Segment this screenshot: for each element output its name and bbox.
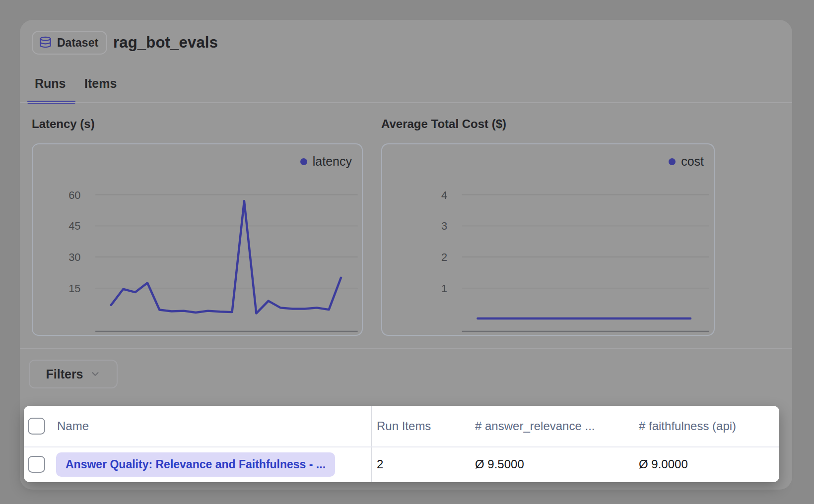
cost-legend-dot-icon (669, 158, 676, 165)
page-title: rag_bot_evals (113, 34, 218, 52)
section-divider (20, 348, 792, 349)
svg-text:60: 60 (68, 189, 80, 201)
app-screenshot: { "header": { "badge_label": "Dataset", … (0, 0, 814, 504)
column-divider (371, 406, 372, 482)
cost-legend[interactable]: cost (669, 154, 704, 169)
latency-legend-dot-icon (300, 158, 307, 165)
latency-line-chart: 15304560 (33, 144, 362, 335)
tabs-divider (20, 102, 792, 103)
svg-text:3: 3 (441, 220, 447, 232)
svg-text:1: 1 (441, 282, 447, 295)
filters-button-label: Filters (46, 367, 83, 381)
latency-chart-title: Latency (s) (32, 117, 95, 131)
chevron-down-icon (90, 369, 101, 379)
tab-runs[interactable]: Runs (35, 76, 66, 91)
filters-button[interactable]: Filters (29, 360, 118, 388)
svg-text:2: 2 (441, 251, 447, 263)
runs-table-grid-lines (24, 406, 779, 482)
cost-line-chart: 1234 (382, 144, 714, 335)
header-row-divider (24, 446, 779, 447)
cost-chart-title: Average Total Cost ($) (381, 117, 506, 131)
tab-items[interactable]: Items (84, 76, 117, 91)
svg-text:45: 45 (68, 220, 80, 232)
dataset-badge-label: Dataset (57, 36, 98, 50)
svg-text:15: 15 (68, 282, 80, 295)
latency-legend[interactable]: latency (300, 154, 352, 169)
database-icon (39, 35, 52, 50)
cost-chart-card: 1234 cost (381, 143, 715, 336)
dataset-badge: Dataset (32, 31, 107, 55)
svg-text:4: 4 (441, 189, 447, 201)
latency-legend-label: latency (313, 154, 352, 169)
svg-text:30: 30 (68, 251, 80, 263)
latency-chart-card: 15304560 latency (32, 143, 363, 336)
dataset-panel: Dataset rag_bot_evals Runs Items Latency… (20, 20, 792, 490)
tab-bar: Runs Items (20, 72, 792, 103)
runs-table: Name Run Items # answer_relevance ... # … (24, 406, 779, 482)
cost-legend-label: cost (681, 154, 704, 169)
